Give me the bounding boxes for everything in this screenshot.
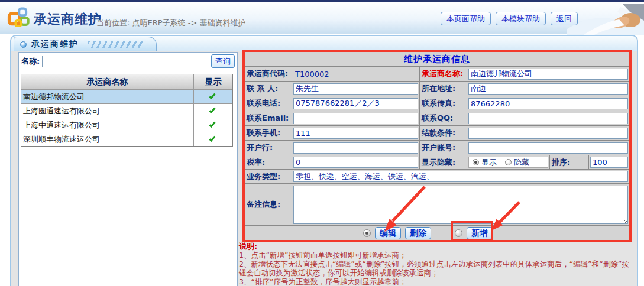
delete-button[interactable]: 删除	[405, 227, 431, 239]
visibility-label: 显示隐藏:	[420, 155, 467, 170]
address-input[interactable]	[468, 83, 628, 95]
add-mode-radio[interactable]	[455, 229, 462, 237]
fax-label: 联系传真:	[420, 96, 467, 111]
tax-rate-label: 税率:	[245, 155, 292, 170]
email-input[interactable]	[293, 113, 418, 124]
sort-label: 排序:	[550, 155, 589, 170]
account-label: 开户账号:	[420, 141, 467, 155]
table-row[interactable]: 上海圆通速运有限公司	[21, 103, 232, 118]
handshake-photo	[567, 4, 644, 35]
show-radio-label[interactable]: 显示	[481, 157, 497, 168]
form-row: 联系手机: 结款条件:	[245, 126, 629, 141]
instruction-line: 2、新增状态下无法直接点击“编辑”或“删除”按钮，必须通过点击左边承运商列表中的…	[239, 259, 636, 277]
carrier-table: 承运商名称 显示 南边德邦物流公司 上海圆通速运有限公司 上海中通速运有限公司 …	[21, 74, 233, 147]
sort-input[interactable]	[590, 157, 628, 168]
name-search-label: 名称:	[21, 56, 40, 67]
app-logo-icon	[7, 6, 30, 29]
check-icon	[209, 135, 215, 142]
tab-stripes-decoration	[88, 41, 144, 48]
fax-input[interactable]	[468, 98, 628, 109]
visibility-radio-group: 显示 隐藏	[468, 157, 548, 168]
header-buttons: 本页面帮助 本模块帮助 返回	[441, 12, 578, 25]
form-row: 税率: 显示隐藏: 显示 隐藏 排序:	[245, 155, 629, 170]
account-input[interactable]	[468, 142, 628, 154]
back-button[interactable]: 返回	[551, 12, 578, 25]
search-row: 名称: 查询	[19, 53, 237, 70]
hide-radio[interactable]	[505, 159, 512, 165]
form-title: 维护承运商信息	[245, 52, 629, 67]
check-icon	[209, 121, 215, 128]
qq-input[interactable]	[468, 113, 628, 124]
carrier-list-panel: 名称: 查询 承运商名称 显示 南边德邦物流公司 上海圆通速运有限公司	[18, 52, 238, 286]
form-button-bar: 编辑 删除 新增	[245, 226, 629, 240]
top-header-bar: 承运商维护 当前位置: 点晴ERP子系统 -> 基础资料维护 本页面帮助 本模块…	[0, 0, 644, 34]
module-help-button[interactable]: 本模块帮助	[496, 12, 546, 25]
mobile-input[interactable]	[293, 128, 418, 139]
carrier-name-label: 承运商名称:	[420, 67, 467, 82]
tax-rate-input[interactable]	[293, 157, 418, 168]
visible-cell	[193, 132, 232, 146]
tab-carrier-maintenance[interactable]: 承运商维护	[14, 37, 157, 51]
payment-terms-label: 结款条件:	[420, 126, 467, 141]
instructions-block: 说明: 1、点击“新增”按钮前面单选按钮即可新增承运商； 2、新增状态下无法直接…	[239, 242, 636, 286]
carrier-name: 上海圆通速运有限公司	[21, 104, 193, 118]
carrier-name: 南边德邦物流公司	[21, 90, 193, 103]
column-header-show: 显示	[193, 74, 232, 89]
instructions-heading: 说明:	[239, 242, 636, 251]
column-header-name: 承运商名称	[21, 74, 193, 89]
carrier-maintenance-page: 承运商维护 当前位置: 点晴ERP子系统 -> 基础资料维护 本页面帮助 本模块…	[0, 0, 644, 286]
page-title: 承运商维护	[34, 11, 102, 28]
table-row[interactable]: 深圳顺丰物流速运公司	[21, 132, 232, 146]
carrier-name: 上海中通速运有限公司	[21, 118, 193, 132]
remark-textarea[interactable]	[293, 186, 628, 224]
carrier-code-value: T100002	[293, 69, 418, 80]
carrier-name-input[interactable]	[468, 69, 628, 80]
table-row[interactable]: 上海中通速运有限公司	[21, 118, 232, 132]
query-button[interactable]: 查询	[211, 54, 235, 68]
check-icon	[209, 92, 215, 99]
show-radio[interactable]	[473, 159, 479, 165]
visible-cell	[193, 90, 232, 103]
contact-person-input[interactable]	[293, 83, 418, 95]
carrier-name: 深圳顺丰物流速运公司	[21, 132, 193, 146]
tab-label: 承运商维护	[31, 39, 79, 50]
carrier-form-annotation-rect: 维护承运商信息 承运商代码: T100002 承运商名称: 联 系 人: 所在地…	[242, 50, 632, 242]
hide-radio-label[interactable]: 隐藏	[514, 157, 529, 168]
form-row: 开户行: 开户账号:	[245, 141, 629, 155]
visible-cell	[193, 104, 232, 118]
qq-label: 联系QQ:	[420, 111, 467, 126]
remark-label: 备注信息:	[245, 184, 292, 226]
bank-label: 开户行:	[245, 141, 292, 155]
payment-terms-input[interactable]	[468, 128, 628, 139]
bank-input[interactable]	[293, 142, 418, 154]
instruction-line: 1、点击“新增”按钮前面单选按钮即可新增承运商；	[239, 251, 636, 259]
form-row: 业务类型:	[245, 170, 629, 184]
carrier-code-label: 承运商代码:	[245, 67, 292, 82]
form-row: 联系电话: 联系传真:	[245, 96, 629, 111]
edit-mode-radio[interactable]	[363, 229, 371, 237]
business-type-label: 业务类型:	[245, 170, 292, 184]
table-row[interactable]: 南边德邦物流公司	[21, 89, 232, 103]
bullet-icon	[20, 41, 27, 48]
business-type-input[interactable]	[293, 171, 628, 182]
breadcrumb: 当前位置: 点晴ERP子系统 -> 基础资料维护	[96, 18, 245, 28]
page-help-button[interactable]: 本页面帮助	[441, 12, 491, 25]
name-search-input[interactable]	[42, 56, 206, 67]
phone-label: 联系电话:	[245, 96, 292, 111]
email-label: 联系Email:	[245, 111, 292, 126]
form-row: 备注信息:	[245, 184, 629, 226]
address-label: 所在地址:	[420, 82, 467, 96]
check-icon	[209, 106, 215, 113]
contact-person-label: 联 系 人:	[245, 82, 292, 96]
phone-input[interactable]	[293, 98, 418, 109]
visible-cell	[193, 118, 232, 132]
form-row: 联 系 人: 所在地址:	[245, 82, 629, 96]
form-row: 承运商代码: T100002 承运商名称:	[245, 67, 629, 82]
mobile-label: 联系手机:	[245, 126, 292, 141]
instruction-line: 3、“排序”序号为正整数，序号越大则显示越靠前；	[239, 277, 636, 286]
carrier-table-header: 承运商名称 显示	[21, 74, 232, 89]
edit-button[interactable]: 编辑	[375, 227, 401, 239]
form-row: 联系Email: 联系QQ:	[245, 111, 629, 126]
add-button[interactable]: 新增	[467, 227, 493, 239]
